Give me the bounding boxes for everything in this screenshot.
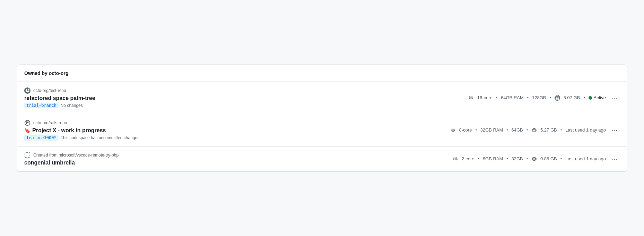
separator-1: • [475, 128, 477, 133]
storage-spec: 64GB [512, 127, 523, 133]
disk-icon [555, 95, 560, 101]
cpu-spec: 2-core [462, 156, 475, 161]
card-title: Owned by octo-org [24, 70, 69, 76]
cpu-icon [468, 95, 474, 101]
storage-spec: 128GB [532, 95, 546, 100]
separator-4: • [583, 95, 585, 100]
disk-spec: 5.27 GB [540, 127, 557, 133]
cpu-spec: 8-core [459, 127, 472, 133]
codespace-name-line: refactored space palm-tree [24, 95, 95, 101]
disk-icon [531, 127, 537, 133]
svg-point-7 [532, 128, 536, 131]
disk-spec: 5.07 GB [564, 95, 580, 100]
codespace-right-panel: 8-core • 32GB RAM • 64GB • 5.27 GB • Las… [450, 126, 620, 134]
branch-info-line: feature3000* This codespace has uncommit… [24, 135, 139, 141]
active-dot [589, 96, 592, 100]
repo-name: octo-org/rails-repo [33, 120, 67, 125]
repo-name: Created from microsoft/vscode-remote-try… [33, 153, 119, 158]
separator-3: • [526, 157, 528, 161]
separator-1: • [478, 157, 479, 161]
disk-spec: 0.86 GB [540, 156, 557, 161]
more-options-button[interactable]: ··· [609, 155, 620, 163]
cpu-spec: 16-core [477, 95, 493, 100]
separator-2: • [506, 128, 508, 133]
ram-spec: 8GB RAM [483, 156, 503, 161]
separator-2: • [506, 157, 508, 161]
codespace-name: Project X - work in progress [32, 127, 106, 134]
separator-1: • [496, 95, 497, 100]
cpu-icon [453, 156, 458, 162]
codespace-left-panel: Created from microsoft/vscode-remote-try… [24, 152, 119, 166]
branch-status: This codespace has uncommitted changes [61, 135, 139, 140]
repo-line: Created from microsoft/vscode-remote-try… [24, 152, 119, 158]
codespace-right-panel: 2-core • 8GB RAM • 32GB • 0.86 GB • Last… [453, 155, 620, 163]
svg-rect-10 [25, 152, 30, 158]
ram-spec: 64GB RAM [501, 95, 524, 100]
codespace-name: congenial umbrella [24, 160, 75, 166]
repo-line: octo-org/rails-repo [24, 120, 139, 126]
last-used: Last used 1 day ago [565, 127, 606, 133]
status-label: Active [594, 95, 606, 100]
github-repo-icon [24, 87, 31, 94]
codespace-item: octo-org/rails-repo 🔖 Project X - work i… [17, 114, 627, 146]
codespace-name: refactored space palm-tree [24, 95, 95, 101]
last-used: Last used 1 day ago [565, 156, 606, 161]
more-options-button[interactable]: ··· [609, 94, 620, 102]
cpu-icon [450, 127, 456, 133]
svg-point-12 [532, 157, 536, 160]
codespace-item: octo-org/test-repo refactored space palm… [17, 82, 627, 114]
bookmark-icon: 🔖 [24, 128, 30, 133]
repo-name: octo-org/test-repo [33, 88, 66, 93]
separator-3: • [526, 128, 528, 133]
repo-line: octo-org/test-repo [24, 87, 95, 94]
storage-spec: 32GB [512, 156, 523, 161]
branch-info-line: trial-branch No changes [24, 103, 95, 108]
codespace-name-line: congenial umbrella [24, 160, 119, 166]
status-active: Active [589, 95, 606, 100]
codespace-left-panel: octo-org/test-repo refactored space palm… [24, 87, 95, 108]
codespaces-card: Owned by octo-org octo-org/test-repo ref… [17, 65, 627, 172]
codespace-right-panel: 16-core • 64GB RAM • 128GB • 5.07 GB • A… [468, 94, 620, 102]
ram-spec: 32GB RAM [480, 127, 503, 133]
branch-status: No changes [61, 103, 83, 108]
separator-4: • [560, 157, 562, 161]
branch-tag: trial-branch [24, 103, 59, 108]
separator-3: • [549, 95, 551, 100]
branch-tag: feature3000* [24, 135, 59, 141]
separator-4: • [560, 128, 562, 133]
more-options-button[interactable]: ··· [609, 126, 620, 134]
card-header: Owned by octo-org [17, 65, 627, 82]
separator-2: • [527, 95, 529, 100]
template-icon [24, 152, 31, 158]
github-repo-icon [24, 120, 31, 126]
codespace-name-line: 🔖 Project X - work in progress [24, 127, 139, 134]
disk-icon [531, 156, 537, 162]
codespace-left-panel: octo-org/rails-repo 🔖 Project X - work i… [24, 120, 139, 141]
codespace-item: Created from microsoft/vscode-remote-try… [17, 146, 627, 171]
